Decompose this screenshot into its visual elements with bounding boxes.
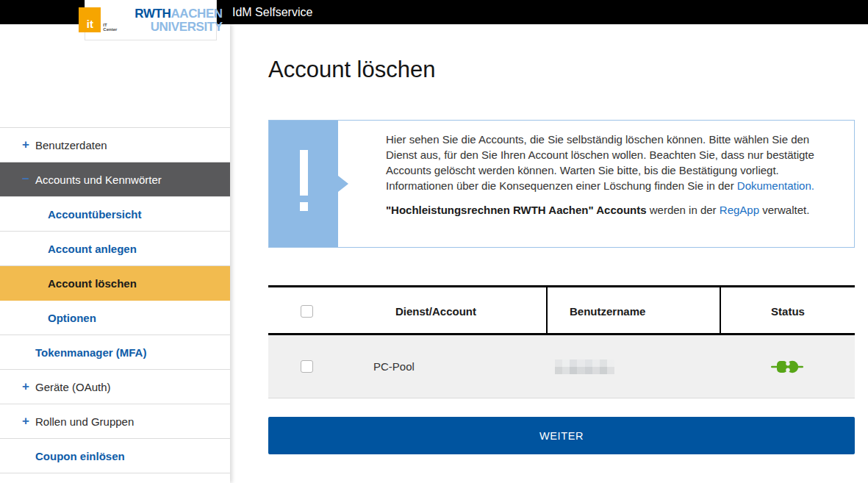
minus-icon: − (22, 172, 35, 187)
status-cell (720, 359, 855, 375)
app-title: IdM Selfservice (232, 0, 312, 24)
username-cell (546, 359, 720, 374)
sidebar-item-rollen-und-gruppen[interactable]: + Rollen und Gruppen (0, 404, 230, 439)
sidebar-item-accounts-und-kennwoerter[interactable]: − Accounts und Kennwörter (0, 162, 230, 197)
row-checkbox[interactable] (301, 360, 313, 373)
exclamation-icon-dot (300, 202, 308, 211)
idm-selfservice-screen: IdM Selfservice it IT Center RWTHAACHEN … (0, 0, 868, 483)
sidebar-item-geraete-oauth[interactable]: + Geräte (OAuth) (0, 370, 230, 404)
rwth-wordmark-university: UNIVERSITY (134, 21, 222, 33)
column-header-status: Status (720, 287, 855, 335)
weiter-button[interactable]: WEITER (268, 417, 855, 454)
table-header-row: Dienst/Account Benutzername Status (268, 287, 855, 335)
info-paragraph-1: Hier sehen Sie die Accounts, die Sie sel… (386, 132, 841, 193)
service-name: PC-Pool (326, 360, 546, 373)
select-all-checkbox[interactable] (301, 305, 313, 318)
it-center-caption: IT Center (103, 23, 120, 32)
rwth-it-center-logo[interactable]: it IT Center RWTHAACHEN UNIVERSITY (85, 0, 217, 40)
it-center-square-icon: it (79, 7, 101, 32)
rwth-wordmark: RWTHAACHEN UNIVERSITY (134, 7, 222, 33)
info-box: Hier sehen Sie die Accounts, die Sie sel… (268, 120, 855, 248)
column-header-benutzername: Benutzername (546, 287, 720, 335)
accounts-table: Dienst/Account Benutzername Status PC-Po… (268, 285, 855, 398)
plus-icon: + (22, 137, 35, 152)
column-header-dienst-account: Dienst/Account (326, 305, 546, 318)
redacted-username (555, 359, 614, 374)
table-row: PC-Pool (268, 335, 855, 398)
hpc-bold-text: "Hochleistungsrechnen RWTH Aachen" Accou… (386, 204, 647, 216)
sidebar: + Benutzerdaten − Accounts und Kennwörte… (0, 24, 230, 483)
rwth-wordmark-aachen: AACHEN (171, 7, 222, 21)
sidebar-item-benutzerdaten[interactable]: + Benutzerdaten (0, 128, 230, 162)
sidebar-item-accountuebersicht[interactable]: Accountübersicht (0, 197, 230, 232)
it-center-mark: it IT Center (79, 7, 120, 32)
info-badge (269, 121, 338, 247)
regapp-link[interactable]: RegApp (720, 204, 759, 216)
sidebar-item-account-anlegen[interactable]: Account anlegen (0, 232, 230, 266)
info-paragraph-2: "Hochleistungsrechnen RWTH Aachen" Accou… (386, 202, 841, 218)
page-title: Account löschen (268, 57, 855, 83)
main-content: Account löschen Hier sehen Sie die Accou… (231, 24, 868, 483)
connected-plug-icon (771, 359, 803, 375)
info-text: Hier sehen Sie die Accounts, die Sie sel… (338, 121, 854, 247)
dokumentation-link[interactable]: Dokumentation. (737, 179, 814, 192)
row-select-cell (268, 360, 326, 373)
sidebar-item-optionen[interactable]: Optionen (0, 301, 230, 335)
sidebar-item-tokenmanager-mfa[interactable]: Tokenmanager (MFA) (0, 335, 230, 370)
sidebar-nav: + Benutzerdaten − Accounts und Kennwörte… (0, 127, 230, 473)
sidebar-item-account-loeschen[interactable]: Account löschen (0, 266, 230, 301)
plus-icon: + (22, 414, 35, 429)
plus-icon: + (22, 379, 35, 394)
sidebar-item-coupon-einloesen[interactable]: Coupon einlösen (0, 439, 230, 473)
exclamation-icon (300, 150, 308, 196)
select-all-cell (268, 305, 326, 318)
rwth-wordmark-bold: RWTH (134, 7, 171, 21)
